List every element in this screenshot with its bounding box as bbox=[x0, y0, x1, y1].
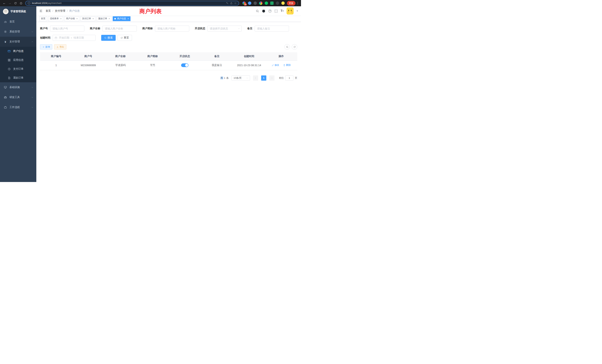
sidebar-item-pay-orders[interactable]: 支付订单 bbox=[0, 64, 36, 73]
breadcrumb: 首页 / 支付管理 / 商户信息 bbox=[46, 9, 80, 13]
prev-page-button[interactable] bbox=[253, 75, 258, 81]
breadcrumb-current: 商户信息 bbox=[69, 9, 80, 13]
goto-label: 前往 bbox=[279, 76, 284, 80]
edit-link[interactable]: 修改 bbox=[272, 64, 279, 67]
gear-icon bbox=[4, 30, 7, 33]
font-size-icon[interactable]: TT bbox=[281, 10, 284, 12]
tab-label: 用户分组 bbox=[66, 17, 75, 20]
bookmark-star-icon[interactable]: ☆ bbox=[234, 2, 236, 4]
close-icon[interactable]: × bbox=[76, 18, 78, 20]
extension-icon-7[interactable] bbox=[276, 1, 279, 5]
extension-icon-6[interactable] bbox=[270, 1, 274, 5]
site-info-icon[interactable]: i bbox=[28, 2, 30, 4]
address-bar[interactable]: i localhost:1024/pay/merchant ☆ bbox=[25, 1, 239, 6]
extension-icon-1[interactable]: 10 bbox=[242, 1, 246, 5]
column-header: 商户号 bbox=[72, 52, 105, 60]
export-button[interactable]: 导出 bbox=[54, 44, 66, 50]
remark-input[interactable] bbox=[255, 26, 289, 32]
short-name-input[interactable] bbox=[155, 26, 189, 32]
hamburger-icon[interactable] bbox=[36, 10, 46, 12]
close-icon[interactable]: × bbox=[109, 18, 110, 20]
status-select-input[interactable] bbox=[207, 26, 242, 32]
sidebar-item-payment[interactable]: ¥ 支付管理 bbox=[0, 37, 36, 47]
chevron-down-icon bbox=[31, 31, 33, 33]
status-toggle[interactable] bbox=[181, 63, 189, 67]
payment-submenu: 商户信息 应用信息 支付订单 退款订单 bbox=[0, 47, 36, 82]
merchant-no-input[interactable] bbox=[50, 26, 84, 32]
short-name-label: 商户简称 bbox=[142, 27, 155, 30]
browser-menu-icon[interactable]: ⋮ bbox=[296, 1, 299, 5]
tab-home[interactable]: 首页 bbox=[39, 16, 47, 21]
tab-label: 退款订单 bbox=[98, 17, 107, 20]
cell-create-time: 2021-10-23 08:31:14 bbox=[233, 60, 265, 70]
breadcrumb-payment[interactable]: 支付管理 bbox=[55, 9, 65, 13]
status-label: 开启状态 bbox=[195, 27, 207, 30]
reset-button[interactable]: 重置 bbox=[118, 35, 132, 41]
pagination-total: 共 1 条 bbox=[221, 76, 229, 80]
browser-forward-button[interactable]: → bbox=[7, 1, 12, 6]
sidebar-item-infrastructure[interactable]: 基础设施 bbox=[0, 82, 36, 92]
date-start-placeholder: 开始日期 bbox=[59, 36, 69, 40]
breadcrumb-home[interactable]: 首页 bbox=[46, 9, 51, 13]
browser-update-button[interactable]: 更新 bbox=[287, 1, 295, 6]
tags-view: 首页 流程表单 × 用户分组 × 支付订单 × 退款订单 × 商户信息 × bbox=[36, 16, 301, 22]
goto-page-input[interactable] bbox=[285, 75, 293, 81]
avatar-caret-icon[interactable] bbox=[297, 11, 298, 11]
page-content: 商户号 商户全称 商户简称 开启状态 bbox=[36, 22, 301, 182]
toggle-search-icon[interactable] bbox=[284, 44, 290, 50]
page-size-select[interactable]: 10条/页 bbox=[232, 75, 250, 81]
tab-pay-orders[interactable]: 支付订单 × bbox=[80, 16, 96, 21]
sidebar-item-refund-orders[interactable]: 退款订单 bbox=[0, 73, 36, 82]
sidebar-item-app-info[interactable]: 应用信息 bbox=[0, 56, 36, 64]
user-avatar[interactable] bbox=[287, 7, 294, 14]
github-icon[interactable] bbox=[262, 9, 265, 13]
close-icon[interactable]: × bbox=[128, 18, 129, 20]
fullscreen-icon[interactable] bbox=[275, 10, 278, 13]
search-button[interactable]: 搜索 bbox=[101, 35, 116, 41]
tab-merchant-info[interactable]: 商户信息 × bbox=[113, 16, 130, 21]
share-icon[interactable] bbox=[230, 2, 233, 4]
extension-icon-5[interactable] bbox=[265, 1, 268, 5]
password-key-icon[interactable] bbox=[226, 2, 228, 4]
sidebar-item-label: 支付管理 bbox=[10, 40, 20, 43]
app-logo[interactable]: 芋道管理系统 bbox=[0, 6, 36, 17]
browser-home-button[interactable] bbox=[19, 1, 23, 6]
tab-user-group[interactable]: 用户分组 × bbox=[64, 16, 79, 21]
current-page-button[interactable]: 1 bbox=[261, 75, 266, 81]
sidebar: 芋道管理系统 首页 系统管理 ¥ 支付管理 商户信息 bbox=[0, 6, 36, 182]
extension-icon-2[interactable] bbox=[248, 1, 251, 5]
toolbox-icon bbox=[4, 96, 7, 99]
sidebar-item-system[interactable]: 系统管理 bbox=[0, 27, 36, 37]
create-time-label: 创建时间 bbox=[40, 36, 53, 40]
help-icon[interactable]: ? bbox=[268, 10, 271, 13]
status-select[interactable] bbox=[207, 26, 242, 32]
browser-extensions: 10 bbox=[241, 1, 286, 5]
app-title: 芋道管理系统 bbox=[10, 10, 26, 13]
sidebar-item-dev-tools[interactable]: 研发工具 bbox=[0, 92, 36, 102]
create-time-range-picker[interactable]: 开始日期 - 结束日期 bbox=[53, 35, 96, 41]
add-button[interactable]: 新增 bbox=[40, 44, 52, 50]
close-icon[interactable]: × bbox=[93, 18, 94, 20]
close-icon[interactable]: × bbox=[60, 18, 62, 20]
browser-profile-avatar[interactable] bbox=[281, 1, 285, 5]
sidebar-item-workflow[interactable]: 工作流程 bbox=[0, 102, 36, 112]
sidebar-item-home[interactable]: 首页 bbox=[0, 17, 36, 27]
tab-process-form[interactable]: 流程表单 × bbox=[48, 16, 63, 21]
browser-toolbar: ← → i localhost:1024/pay/merchant ☆ 10 更… bbox=[0, 0, 301, 6]
browser-reload-button[interactable] bbox=[13, 1, 18, 6]
full-name-input[interactable] bbox=[103, 26, 137, 32]
sidebar-item-merchant-info[interactable]: 商户信息 bbox=[0, 47, 36, 56]
tab-refund-orders[interactable]: 退款订单 × bbox=[97, 16, 112, 21]
bank-card-icon bbox=[7, 50, 11, 53]
next-page-button[interactable] bbox=[269, 75, 275, 81]
header-search-icon[interactable] bbox=[256, 10, 259, 13]
extension-icon-3[interactable] bbox=[254, 1, 257, 5]
refresh-icon[interactable] bbox=[292, 44, 297, 50]
cell-full-name: 芋道源码 bbox=[104, 60, 137, 70]
browser-back-button[interactable]: ← bbox=[2, 1, 7, 6]
extension-icon-4[interactable] bbox=[259, 1, 262, 5]
full-name-label: 商户全称 bbox=[90, 27, 103, 30]
sidebar-item-label: 应用信息 bbox=[13, 58, 23, 62]
delete-link[interactable]: 删除 bbox=[283, 64, 291, 67]
tab-label: 商户信息 bbox=[117, 17, 126, 20]
